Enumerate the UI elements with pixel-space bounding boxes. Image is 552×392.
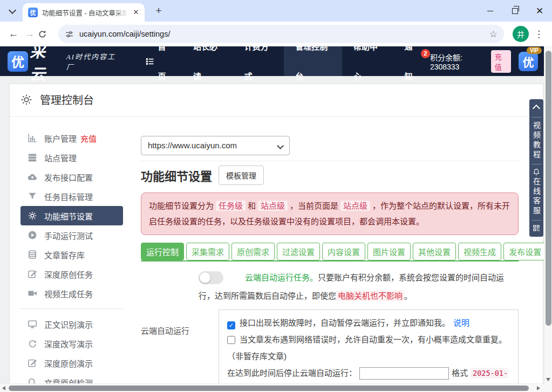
notice-text: ，当前页面是 [290,201,338,210]
nav-item[interactable]: 帮助中心 [342,46,393,76]
vip-badge: VIP [527,47,542,54]
site-select[interactable]: https://www.ucaiyun.com [141,136,290,155]
sidebar-item-extra[interactable]: 充值 [80,133,97,144]
sidebar-item[interactable]: 视频生成任务 [21,284,123,303]
list-icon [146,57,154,66]
gear-icon [21,94,32,106]
logo-text: 采云 [30,39,61,84]
sidebar-item-label: 文章暂存库 [44,249,85,260]
back-button[interactable]: ← [5,28,22,40]
tab-9[interactable]: 发布设置 [503,243,547,260]
video-icon [28,288,37,298]
minimize-button[interactable] [478,0,502,22]
format-label: 格式 [452,368,468,377]
reload-button[interactable] [38,30,54,39]
sidebar-item-label: 功能细节设置 [44,210,93,222]
nav-item[interactable]: 站长必读 [182,46,233,76]
tab-close-icon[interactable]: ✕ [132,8,140,17]
pause-on-failure-checkbox[interactable]: ✓ [227,321,235,329]
stop-time-input[interactable] [359,367,449,380]
sidebar-item[interactable]: 文章暂存库 [21,245,123,264]
reload-icon [38,30,47,39]
close-button[interactable]: ✕ [527,0,552,22]
restore-button[interactable] [502,0,527,22]
qr-code-icon[interactable] [533,224,540,232]
cloud-toggle-row: 云端自动运行任务。只要账户有积分余额，系统会按您设置的时间自动运行，达到所需篇数… [199,269,518,305]
tab-title: 功能细节设置 - 自动文章采集器 [42,8,127,18]
browser-menu-icon[interactable]: ⋮ [534,29,543,40]
tune-icon [65,30,74,39]
sidebar-item[interactable]: 深度改写演示 [21,334,123,353]
online-service-button[interactable]: 在线客服 [531,177,542,216]
browser-tab[interactable]: 优 功能细节设置 - 自动文章采集器 ✕ [23,3,145,22]
site-favicon: 优 [28,8,38,17]
sidebar-divider [21,308,123,309]
chevron-up-icon[interactable] [533,105,540,112]
sidebar-item[interactable]: 站点管理 [21,148,123,167]
edit-icon [28,358,37,368]
vertical-scrollbar[interactable] [544,46,552,383]
tab-5[interactable]: 内容设置 [322,243,365,260]
horizontal-scrollbar-thumb[interactable] [9,386,529,391]
tab-8[interactable]: 视频生成 [458,243,501,260]
notice-banner: 功能细节设置分为任务级和站点级，当前页面是站点级，作为整个站点的默认设置，所有未… [141,192,519,235]
nav-item-label: 通知 [405,32,419,91]
sidebar-item[interactable]: 功能细节设置 [21,206,123,225]
cloud-upload-icon [28,172,37,182]
divider [531,164,541,164]
minimize-icon [487,11,493,11]
sidebar-item[interactable]: 正文识别演示 [21,314,123,334]
auto-resend-checkbox[interactable] [227,336,235,344]
nav-item[interactable]: 首页 [134,46,182,76]
scroll-left-arrow-icon[interactable] [2,386,5,390]
template-manage-button[interactable]: 模板管理 [219,166,264,185]
tab-2[interactable]: 采集需求 [186,243,229,260]
url-bar[interactable]: ucaiyun.com/caiji/settings/ ☆ [58,25,504,43]
refresh-icon [28,339,37,348]
tab-6[interactable]: 图片设置 [367,243,411,260]
new-tab-button[interactable]: + [152,4,165,17]
cloud-run-toggle[interactable] [199,271,223,284]
logo-icon[interactable]: 优 [8,51,28,72]
sidebar-item[interactable]: 发布接口配置 [21,167,123,187]
main-content: https://www.ucaiyun.com 功能细节设置 模板管理 功能细节… [141,128,519,392]
sidebar-item[interactable]: 任务目标管理 [21,187,123,206]
tab-4[interactable]: 过滤设置 [277,243,320,260]
server-icon [28,153,37,162]
sidebar-item[interactable]: 手动运行测试 [21,225,123,245]
user-avatar[interactable]: 优 [519,52,538,71]
sidebar-item[interactable]: 深度原创任务 [21,264,123,284]
nav-item-label: 首页 [158,32,171,91]
tab-7[interactable]: 其他设置 [413,243,456,260]
nav-item[interactable]: 通知2 [393,46,430,76]
sidebar-item-label: 任务目标管理 [44,191,93,202]
user-avatar-wrap[interactable]: 优 VIP [519,52,538,71]
sidebar-item-label: 深度改写演示 [44,338,93,349]
toggle-tail-text: 。 [404,291,412,300]
video-tutorial-button[interactable]: 视频教程 [531,121,542,160]
option-text: 接口出现长期故障时，自动暂停云端运行，并立即通知我。 [240,318,450,327]
explain-link[interactable]: 说明 [453,318,469,327]
nav-item[interactable]: 管理控制台 [284,46,342,76]
scroll-down-arrow-icon[interactable] [546,378,550,381]
recharge-button[interactable]: 充值 [491,50,511,73]
nav-item-label: 计费方式 [244,32,273,91]
tab-1[interactable]: 运行控制 [141,243,184,260]
vertical-scrollbar-thumb[interactable] [546,51,551,326]
tag-site-level: 站点级 [340,201,370,211]
sidebar-item[interactable]: 深度原创演示 [21,353,123,373]
toggle-highlight-text: 电脑关机也不影响 [336,291,404,301]
scroll-right-arrow-icon[interactable] [537,386,540,390]
browser-profile-avatar[interactable]: 井 [513,26,529,42]
bookmark-star-icon[interactable]: ☆ [489,29,498,40]
cloud-auto-run-label: 云端自动运行 [141,310,219,392]
sidebar-item[interactable]: 账户管理充值 [21,128,123,148]
sidebar-item-label: 深度原创演示 [44,357,93,369]
site-select-value: https://www.ucaiyun.com [141,136,289,155]
horizontal-scrollbar[interactable] [0,383,544,392]
nav-item-label: 站长必读 [193,32,222,91]
divider [141,161,519,161]
tab-3[interactable]: 原创需求 [231,243,275,260]
nav-item[interactable]: 计费方式 [233,46,284,76]
tab-search-button[interactable] [6,5,18,17]
